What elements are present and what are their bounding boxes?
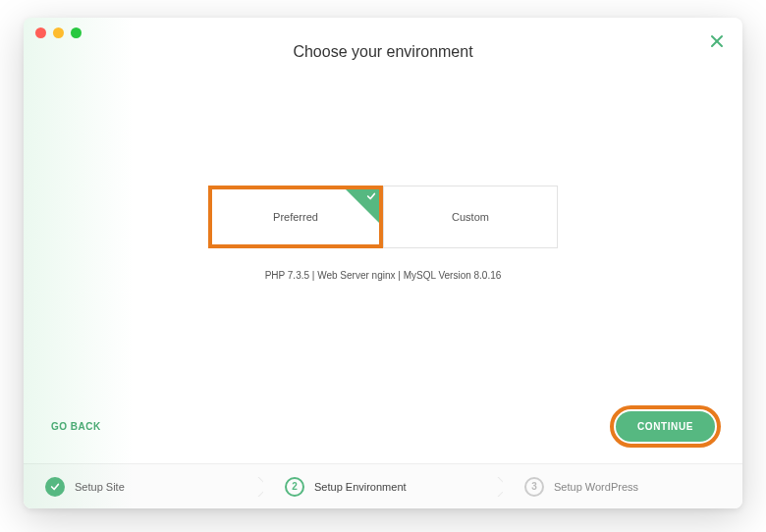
step-divider-icon <box>246 477 263 497</box>
option-custom-label: Custom <box>452 211 489 223</box>
step-3-label: Setup WordPress <box>554 481 638 493</box>
main-content: Preferred Custom PHP 7.3.5 | Web Server … <box>24 61 742 405</box>
option-preferred[interactable]: Preferred <box>208 186 383 248</box>
check-icon <box>366 191 376 203</box>
continue-highlight: CONTINUE <box>610 405 721 448</box>
footer-actions: GO BACK CONTINUE <box>24 405 742 463</box>
minimize-window-icon[interactable] <box>53 27 64 38</box>
window-traffic-lights <box>35 27 82 38</box>
step-setup-site: Setup Site <box>24 477 263 497</box>
close-icon[interactable] <box>709 33 725 53</box>
environment-details: PHP 7.3.5 | Web Server nginx | MySQL Ver… <box>265 270 502 281</box>
step-setup-wordpress: 3 Setup WordPress <box>503 477 742 497</box>
option-custom[interactable]: Custom <box>383 186 558 248</box>
step-1-label: Setup Site <box>75 481 125 493</box>
step-3-icon: 3 <box>524 477 544 497</box>
step-2-label: Setup Environment <box>314 481 407 493</box>
close-window-icon[interactable] <box>35 27 46 38</box>
step-2-icon: 2 <box>285 477 304 497</box>
header: Choose your environment <box>24 18 742 61</box>
maximize-window-icon[interactable] <box>71 27 82 38</box>
step-divider-icon <box>485 477 503 497</box>
stepper: Setup Site 2 Setup Environment 3 Setup W… <box>24 463 742 508</box>
option-preferred-label: Preferred <box>273 211 318 223</box>
go-back-button[interactable]: GO BACK <box>51 421 101 432</box>
continue-button[interactable]: CONTINUE <box>616 411 715 442</box>
step-setup-environment: 2 Setup Environment <box>263 477 503 497</box>
step-1-icon <box>45 477 65 497</box>
page-title: Choose your environment <box>24 43 742 61</box>
environment-options: Preferred Custom <box>208 186 558 248</box>
